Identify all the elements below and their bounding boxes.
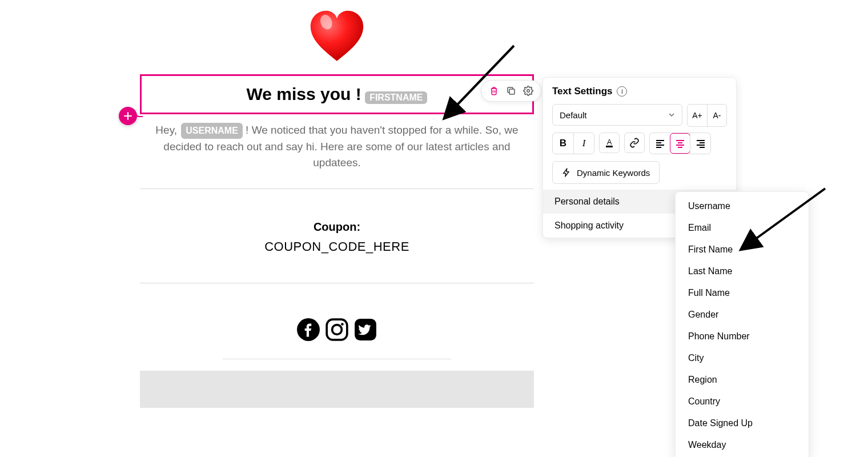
footer-divider	[223, 359, 451, 359]
align-left-button[interactable]	[650, 133, 670, 154]
text-color-button[interactable]: A	[599, 133, 620, 153]
heading-block[interactable]: We miss you ! FIRSTNAME	[140, 74, 534, 114]
gear-icon[interactable]	[523, 85, 534, 97]
svg-rect-6	[509, 89, 515, 94]
font-select[interactable]: Default	[552, 104, 682, 126]
coupon-code: COUPON_CODE_HERE	[140, 239, 534, 254]
twitter-icon[interactable]	[353, 318, 377, 342]
keywords-dropdown: Username Email First Name Last Name Full…	[675, 191, 809, 457]
keyword-country[interactable]: Country	[676, 391, 809, 412]
body-paragraph[interactable]: Hey, USERNAME ! We noticed that you have…	[140, 119, 534, 189]
category-label: Shopping activity	[554, 221, 624, 231]
svg-rect-9	[606, 146, 613, 147]
svg-point-3	[332, 325, 342, 335]
svg-point-4	[341, 323, 344, 326]
instagram-icon[interactable]	[325, 318, 349, 342]
align-right-button[interactable]	[690, 133, 710, 154]
block-actions-pill	[481, 80, 541, 102]
font-size-up-button[interactable]: A+	[688, 105, 707, 126]
link-button[interactable]	[624, 133, 645, 153]
keyword-phone-number[interactable]: Phone Number	[676, 326, 809, 347]
coupon-label: Coupon:	[140, 221, 534, 234]
token-username[interactable]: USERNAME	[181, 123, 243, 139]
keyword-first-name[interactable]: First Name	[676, 239, 809, 260]
info-icon[interactable]: i	[617, 86, 627, 97]
body-prefix: Hey,	[155, 124, 180, 136]
font-size-down-button[interactable]: A-	[707, 105, 726, 126]
keyword-username[interactable]: Username	[676, 195, 809, 217]
keyword-last-name[interactable]: Last Name	[676, 260, 809, 282]
dynamic-keywords-button[interactable]: Dynamic Keywords	[552, 161, 660, 184]
svg-point-7	[527, 90, 530, 93]
keyword-full-name[interactable]: Full Name	[676, 282, 809, 304]
keyword-email[interactable]: Email	[676, 217, 809, 239]
keyword-date-signed-up[interactable]: Date Signed Up	[676, 412, 809, 434]
chevron-down-icon	[668, 111, 675, 118]
dynamic-keywords-label: Dynamic Keywords	[577, 168, 650, 178]
footer-placeholder	[140, 371, 534, 408]
settings-header: Text Settings i	[543, 78, 736, 104]
category-label: Personal details	[554, 197, 620, 207]
font-select-value: Default	[560, 110, 587, 120]
social-row	[140, 283, 534, 359]
lightning-icon	[562, 168, 571, 177]
keyword-gender[interactable]: Gender	[676, 304, 809, 326]
align-center-button[interactable]	[670, 133, 690, 154]
coupon-section[interactable]: Coupon: COUPON_CODE_HERE	[140, 189, 534, 283]
italic-button[interactable]: I	[573, 133, 594, 154]
keyword-region[interactable]: Region	[676, 369, 809, 391]
font-size-group: A+ A-	[687, 104, 727, 127]
bold-button[interactable]: B	[553, 133, 573, 154]
heart-icon	[140, 6, 534, 69]
delete-icon[interactable]	[488, 85, 500, 97]
keyword-weekday[interactable]: Weekday	[676, 434, 809, 456]
svg-rect-2	[327, 319, 347, 340]
heading-text: We miss you !	[247, 85, 361, 103]
token-firstname[interactable]: FIRSTNAME	[365, 91, 427, 104]
svg-text:A: A	[607, 138, 612, 146]
email-canvas: We miss you ! FIRSTNAME Hey, USERNAME ! …	[140, 0, 534, 408]
keyword-city[interactable]: City	[676, 347, 809, 369]
copy-icon[interactable]	[505, 85, 517, 97]
add-block-button[interactable]	[119, 107, 137, 125]
settings-title: Text Settings	[552, 86, 612, 97]
facebook-icon[interactable]	[296, 318, 320, 342]
